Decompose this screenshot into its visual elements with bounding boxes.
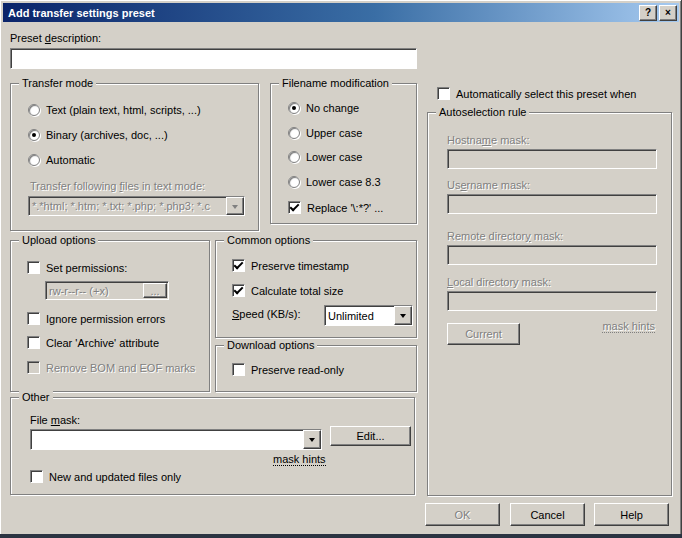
mask-hints-link-autoselection: mask hints <box>602 320 655 333</box>
local-directory-mask-input <box>447 291 657 311</box>
combobox-value: Unlimited <box>325 306 394 325</box>
radio-icon <box>288 102 300 114</box>
radio-label: No change <box>306 102 359 114</box>
close-button[interactable]: × <box>659 5 677 21</box>
download-options-group: Download options Preserve read-only <box>215 345 417 392</box>
radio-lower-case-83[interactable]: Lower case 8.3 <box>288 176 381 188</box>
radio-icon <box>28 154 40 166</box>
checkbox-icon <box>232 284 245 297</box>
checkbox-new-and-updated-only[interactable]: New and updated files only <box>30 470 181 483</box>
hostname-mask-input-field <box>448 150 656 168</box>
transfer-mode-group-title: Transfer mode <box>19 77 96 89</box>
radio-upper-case[interactable]: Upper case <box>288 127 362 139</box>
upload-options-group-title: Upload options <box>19 234 98 246</box>
edit-button[interactable]: Edit... <box>330 426 411 446</box>
checkbox-icon <box>232 363 245 376</box>
checkbox-icon <box>27 312 40 325</box>
checkbox-set-permissions[interactable]: Set permissions: <box>27 261 127 274</box>
checkbox-label: New and updated files only <box>49 471 181 483</box>
checkbox-icon <box>27 261 40 274</box>
checkbox-icon <box>232 259 245 272</box>
permissions-input-field <box>46 282 143 299</box>
text-mode-files-combobox: *.*html; *.htm; *.txt; *.php; *.php3; *.… <box>28 196 245 216</box>
radio-icon <box>28 129 40 141</box>
current-button: Current <box>447 323 520 345</box>
chevron-down-icon[interactable] <box>394 306 412 325</box>
help-button[interactable]: Help <box>594 503 669 526</box>
window-title: Add transfer settings preset <box>8 7 639 19</box>
hostname-mask-input <box>447 149 657 169</box>
common-options-group-title: Common options <box>224 234 313 246</box>
checkbox-label: Preserve read-only <box>251 364 344 376</box>
transfer-mode-group: Transfer mode Text (plain text, html, sc… <box>10 83 259 231</box>
chevron-down-icon[interactable] <box>303 430 321 449</box>
hostname-mask-label: Hostname mask: <box>447 134 530 146</box>
download-options-group-title: Download options <box>224 339 317 351</box>
radio-label: Binary (archives, doc, ...) <box>46 129 168 141</box>
checkbox-icon <box>288 201 301 214</box>
checkbox-automatically-select-preset[interactable]: Automatically select this preset when <box>437 87 636 100</box>
local-directory-mask-input-field <box>448 292 656 310</box>
title-bar[interactable]: Add transfer settings preset ? × <box>3 3 679 22</box>
filename-modification-group: Filename modification No change Upper ca… <box>270 83 417 224</box>
file-mask-combobox[interactable] <box>30 429 322 450</box>
checkbox-label: Ignore permission errors <box>46 313 165 325</box>
checkbox-ignore-permission-errors[interactable]: Ignore permission errors <box>27 312 165 325</box>
checkbox-preserve-timestamp[interactable]: Preserve timestamp <box>232 259 349 272</box>
mask-hints-link[interactable]: mask hints <box>273 453 326 466</box>
filename-modification-group-title: Filename modification <box>279 77 392 89</box>
radio-transfer-mode-binary[interactable]: Binary (archives, doc, ...) <box>28 129 168 141</box>
combobox-value: *.*html; *.htm; *.txt; *.php; *.php3; *.… <box>29 197 226 215</box>
preset-description-input[interactable] <box>10 48 417 69</box>
dialog-add-transfer-settings-preset: Add transfer settings preset ? × Preset … <box>0 0 682 538</box>
question-mark-icon: ? <box>645 8 651 18</box>
checkbox-calculate-total-size[interactable]: Calculate total size <box>232 284 343 297</box>
checkbox-label: Calculate total size <box>251 285 343 297</box>
checkbox-label: Set permissions: <box>46 262 127 274</box>
remote-directory-mask-input <box>447 245 657 265</box>
radio-label: Lower case 8.3 <box>306 176 381 188</box>
radio-icon <box>28 104 40 116</box>
remote-directory-mask-input-field <box>448 246 656 264</box>
autoselection-rule-group-title: Autoselection rule <box>436 106 529 118</box>
combobox-value <box>31 430 303 449</box>
checkbox-remove-bom-eof: Remove BOM and EOF marks <box>27 361 195 374</box>
file-mask-label: File mask: <box>30 414 80 426</box>
permissions-input: ... <box>45 281 169 300</box>
checkbox-label: Clear 'Archive' attribute <box>46 337 159 349</box>
chevron-down-icon <box>226 197 244 215</box>
checkbox-icon <box>30 470 43 483</box>
ok-button: OK <box>425 503 500 526</box>
cancel-button[interactable]: Cancel <box>510 503 585 526</box>
radio-label: Text (plain text, html, scripts, ...) <box>46 104 201 116</box>
autoselection-rule-group: Autoselection rule Hostname mask: Userna… <box>427 112 672 496</box>
titlebar-help-button[interactable]: ? <box>639 5 657 21</box>
text-mode-files-label: Transfer following files in text mode: <box>30 180 205 192</box>
checkbox-clear-archive-attribute[interactable]: Clear 'Archive' attribute <box>27 336 159 349</box>
username-mask-input-field <box>448 195 656 213</box>
checkbox-icon <box>437 87 450 100</box>
local-directory-mask-label: Local directory mask: <box>447 276 551 288</box>
window-bottom-edge <box>0 534 682 538</box>
username-mask-label: Username mask: <box>447 179 530 191</box>
radio-label: Automatic <box>46 154 95 166</box>
preset-description-input-field[interactable] <box>11 49 416 68</box>
checkbox-label: Preserve timestamp <box>251 260 349 272</box>
radio-no-change[interactable]: No change <box>288 102 359 114</box>
preset-description-label: Preset description: <box>10 32 101 44</box>
username-mask-input <box>447 194 657 214</box>
radio-transfer-mode-automatic[interactable]: Automatic <box>28 154 95 166</box>
other-group: Other File mask: Edit... mask hints New … <box>10 397 415 495</box>
radio-lower-case[interactable]: Lower case <box>288 151 362 163</box>
checkbox-preserve-read-only[interactable]: Preserve read-only <box>232 363 344 376</box>
radio-transfer-mode-text[interactable]: Text (plain text, html, scripts, ...) <box>28 104 201 116</box>
checkbox-label: Remove BOM and EOF marks <box>46 362 195 374</box>
checkbox-replace-chars[interactable]: Replace '\:*?' ... <box>288 201 383 214</box>
radio-icon <box>288 176 300 188</box>
radio-label: Lower case <box>306 151 362 163</box>
speed-combobox[interactable]: Unlimited <box>324 305 413 326</box>
close-icon: × <box>665 8 671 18</box>
other-group-title: Other <box>19 391 53 403</box>
checkbox-icon <box>27 361 40 374</box>
speed-label: Speed (KB/s): <box>232 308 300 320</box>
